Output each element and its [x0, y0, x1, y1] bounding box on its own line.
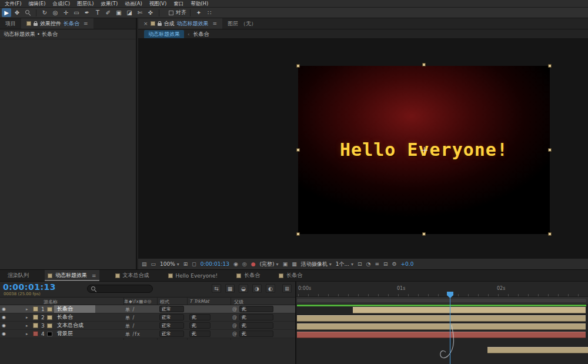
menu-item-composition[interactable]: 合成(C): [49, 0, 74, 8]
time-ruler[interactable]: 0:00s 01s 02s: [296, 282, 588, 297]
blend-mode-select[interactable]: 正常: [159, 330, 184, 337]
panel-menu-icon[interactable]: ≡: [213, 21, 218, 26]
type-tool[interactable]: T: [93, 8, 102, 17]
menu-item-edit[interactable]: 编辑(E): [25, 0, 49, 8]
mini-flowchart-icon[interactable]: ⇆: [212, 284, 221, 293]
tab-render-queue[interactable]: 渲染队列: [5, 270, 32, 281]
panel-menu-icon[interactable]: ≡: [83, 21, 88, 26]
fast-previews-icon[interactable]: ◔: [366, 261, 371, 267]
timeline-search[interactable]: [87, 285, 153, 293]
pickwhip-icon[interactable]: @: [232, 323, 237, 328]
eye-icon[interactable]: ◉: [2, 331, 6, 336]
blend-mode-select[interactable]: 正常: [159, 306, 184, 312]
work-area-indicator[interactable]: [297, 305, 586, 306]
trkmat-select[interactable]: 无: [189, 330, 211, 337]
tab-layer-panel[interactable]: 图层 （无）: [222, 18, 262, 29]
tab-timeline-active-comp[interactable]: 动态标题效果 ≡: [45, 270, 99, 281]
tab-timeline-comp-2[interactable]: 文本总合成: [112, 270, 152, 281]
menu-item-layer[interactable]: 图层(L): [74, 0, 97, 8]
layer-row-1[interactable]: ◉ ▸ 1 长条合 单 / 正常 @ 无: [0, 305, 295, 313]
selection-tool[interactable]: ▶: [2, 8, 11, 17]
draft-3d-icon[interactable]: ▦: [225, 284, 235, 293]
grid-icon[interactable]: ∷: [205, 8, 214, 17]
tab-timeline-comp-5[interactable]: 长条合: [276, 270, 305, 281]
close-icon[interactable]: ×: [143, 21, 148, 26]
preview-timecode[interactable]: 0:00:01:13: [201, 261, 229, 267]
roto-brush-tool[interactable]: ✄: [135, 8, 145, 17]
magnification-select[interactable]: 100%: [160, 261, 179, 267]
anchor-point[interactable]: [421, 147, 427, 153]
shy-icon[interactable]: ◒: [239, 284, 248, 293]
layer-bar-1[interactable]: [353, 307, 586, 313]
motion-blur-icon[interactable]: ◐: [266, 284, 275, 293]
tab-project[interactable]: 项目: [0, 18, 21, 29]
layer-name[interactable]: 背景层: [54, 330, 95, 338]
grid-guides-icon[interactable]: ⊞: [183, 261, 188, 267]
selection-handle[interactable]: [422, 232, 426, 236]
eraser-tool[interactable]: ◪: [125, 8, 134, 17]
trkmat-select[interactable]: 无: [189, 314, 211, 320]
layer-name[interactable]: 文本总合成: [54, 322, 95, 329]
column-mode[interactable]: 模式: [160, 299, 169, 305]
view-layout-select[interactable]: 1个...: [336, 261, 353, 268]
resolution-select[interactable]: (完整): [260, 261, 279, 268]
menu-item-help[interactable]: 帮助(H): [187, 0, 212, 8]
pickwhip-icon[interactable]: @: [232, 331, 237, 336]
label-color-swatch[interactable]: [33, 315, 38, 320]
selection-handle[interactable]: [548, 232, 552, 236]
layer-switches[interactable]: 单 /: [125, 306, 135, 313]
pan-behind-tool[interactable]: ✛: [61, 8, 71, 17]
blend-mode-select[interactable]: 正常: [159, 314, 184, 320]
label-color-swatch[interactable]: [33, 306, 38, 312]
selection-handle[interactable]: [296, 64, 300, 68]
twirl-icon[interactable]: ▸: [26, 315, 28, 320]
blend-mode-select[interactable]: 正常: [159, 322, 184, 329]
layer-row-3[interactable]: ◉ ▸ 3 文本总合成 单 / 正常 无 @ 无: [0, 322, 295, 330]
layer-name[interactable]: 长条合: [54, 305, 95, 313]
align-checkbox[interactable]: [169, 11, 173, 15]
layer-row-4[interactable]: ◉ ▸ 4 背景层 单 /fx 正常 无 @ 无: [0, 330, 295, 338]
layer-bar-fragment[interactable]: [487, 347, 588, 353]
menu-item-animation[interactable]: 动画(A): [121, 0, 145, 8]
exposure-value[interactable]: +0.0: [401, 261, 414, 267]
parent-select[interactable]: 无: [239, 330, 273, 337]
layer-switches[interactable]: 单 /fx: [125, 331, 141, 338]
current-time-display[interactable]: 0:00:01:13: [3, 282, 56, 292]
menu-item-file[interactable]: 文件(F): [1, 0, 25, 8]
camera-tool[interactable]: ◎: [51, 8, 60, 17]
selection-handle[interactable]: [296, 232, 300, 236]
zoom-tool[interactable]: [23, 8, 32, 17]
eye-icon[interactable]: ◉: [2, 315, 6, 320]
align-toggle[interactable]: 对齐: [169, 9, 186, 16]
panel-menu-icon[interactable]: ≡: [92, 273, 96, 279]
transparency-grid-icon[interactable]: ▦: [292, 261, 297, 267]
clone-stamp-tool[interactable]: ▣: [114, 8, 123, 17]
selection-handle[interactable]: [548, 148, 552, 152]
parent-select[interactable]: 无: [239, 314, 273, 320]
twirl-icon[interactable]: ▸: [26, 307, 28, 312]
layer-name[interactable]: 长条合: [54, 313, 95, 321]
timeline-icon[interactable]: ≡: [375, 261, 379, 267]
selection-handle[interactable]: [296, 148, 300, 152]
always-preview-icon[interactable]: ▤: [142, 261, 147, 267]
mask-visibility-icon[interactable]: ◻: [192, 261, 196, 267]
snapping-icon[interactable]: ✦: [194, 8, 203, 17]
eye-icon[interactable]: ◉: [2, 323, 6, 328]
menu-item-effect[interactable]: 效果(T): [98, 0, 122, 8]
tab-timeline-comp-3[interactable]: Hello Everyone!: [165, 270, 221, 281]
selection-handle[interactable]: [422, 63, 426, 66]
parent-select[interactable]: 无: [239, 306, 273, 312]
comp-viewer[interactable]: Hello Everyone!: [138, 38, 588, 259]
label-color-swatch[interactable]: [33, 331, 38, 336]
label-color-swatch[interactable]: [33, 323, 38, 328]
breadcrumb-active-comp[interactable]: 动态标题效果: [144, 30, 184, 39]
exposure-gear-icon[interactable]: ⚙: [392, 261, 397, 267]
tab-timeline-comp-4[interactable]: 长条合: [233, 270, 263, 281]
playhead-line[interactable]: [450, 292, 450, 364]
pickwhip-icon[interactable]: @: [232, 315, 237, 320]
snapshot-icon[interactable]: ◉: [233, 261, 238, 267]
brush-tool[interactable]: ✐: [103, 8, 113, 17]
hand-tool[interactable]: ✥: [12, 8, 22, 17]
rotate-tool[interactable]: ↻: [40, 8, 49, 17]
flowchart-icon[interactable]: ⊟: [383, 261, 388, 267]
